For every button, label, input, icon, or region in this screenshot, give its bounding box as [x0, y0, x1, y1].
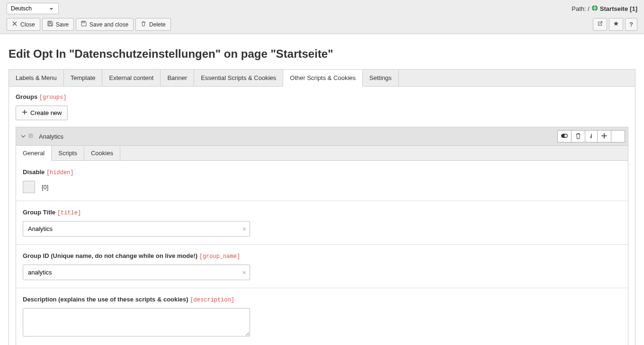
sub-tab-scripts[interactable]: Scripts: [52, 146, 84, 160]
action-buttons: Close Save Save and close Delete: [7, 18, 171, 31]
description-label-text: Description (explains the use of these s…: [23, 296, 188, 303]
plus-icon: [22, 109, 27, 116]
field-description-label: Description (explains the use of these s…: [23, 296, 621, 303]
topbar-row-1: Deutsch Path: / Startseite [1]: [7, 3, 637, 14]
content-area: Edit Opt In "Datenschutzeinstellungen" o…: [0, 34, 644, 345]
field-group-title: Group Title [title] ×: [16, 201, 628, 245]
bookmark-button[interactable]: [609, 18, 623, 31]
field-group-id: Group ID (Unique name, do not change whi…: [16, 245, 628, 288]
save-label: Save: [56, 21, 69, 28]
breadcrumb-page: Startseite: [600, 5, 628, 12]
tab-other-scripts[interactable]: Other Scripts & Cookies: [283, 70, 363, 87]
info-button[interactable]: i: [585, 130, 597, 142]
toggle-visibility-button[interactable]: [557, 130, 571, 142]
tab-settings[interactable]: Settings: [363, 70, 399, 86]
sub-tab-general[interactable]: General: [16, 146, 52, 161]
toggle-icon: [561, 133, 568, 141]
inline-header-left: Analytics: [21, 133, 63, 140]
save-button[interactable]: Save: [42, 18, 74, 31]
title-input-wrap: ×: [23, 221, 250, 237]
groups-tech-name: [groups]: [39, 94, 67, 101]
inline-toolbar: i: [557, 130, 625, 142]
tab-external-content[interactable]: External content: [102, 70, 161, 86]
inline-record: Analytics i: [16, 127, 628, 345]
delete-label: Delete: [149, 21, 166, 28]
sub-tabs: General Scripts Cookies: [16, 146, 628, 161]
main-tabs: Labels & Menu Template External content …: [9, 69, 635, 87]
groups-label: Groups: [16, 93, 37, 100]
topbar-row-2: Close Save Save and close Delete: [7, 18, 637, 31]
save-close-label: Save and close: [89, 21, 128, 28]
title-tech: [title]: [57, 210, 81, 216]
save-close-button[interactable]: Save and close: [76, 18, 134, 31]
tab-labels-menu[interactable]: Labels & Menu: [9, 70, 64, 86]
tab-essential-scripts[interactable]: Essential Scripts & Cookies: [194, 70, 283, 86]
clear-icon[interactable]: ×: [242, 225, 246, 233]
close-icon: [12, 21, 18, 28]
groupid-input-wrap: ×: [23, 265, 250, 280]
language-select[interactable]: Deutsch: [7, 3, 59, 14]
trash-icon: [575, 133, 581, 141]
save-close-icon: [81, 21, 87, 28]
groups-header: Groups [groups]: [16, 93, 628, 101]
save-icon: [47, 21, 53, 28]
chevron-down-icon: [21, 133, 26, 140]
delete-button[interactable]: Delete: [135, 18, 171, 31]
field-groupid-label: Group ID (Unique name, do not change whi…: [23, 252, 621, 260]
close-button[interactable]: Close: [7, 18, 40, 31]
right-action-buttons: ?: [593, 18, 637, 31]
path-label: Path: /: [572, 5, 590, 12]
svg-rect-1: [49, 21, 51, 23]
groupid-tech: [group_name]: [199, 253, 240, 260]
disable-label-text: Disable: [23, 168, 45, 176]
tab-panel: Groups [groups] Create new Analytics: [9, 87, 635, 345]
field-description: Description (explains the use of these s…: [16, 288, 628, 345]
field-disable: Disable [hidden] [0]: [16, 161, 628, 201]
star-icon: [613, 21, 619, 28]
tab-banner[interactable]: Banner: [161, 70, 194, 86]
record-title: Analytics: [39, 133, 63, 140]
title-label-text: Group Title: [23, 209, 55, 216]
close-label: Close: [20, 21, 35, 28]
disable-checkbox[interactable]: [23, 181, 35, 193]
breadcrumb-page-id: [1]: [630, 5, 637, 12]
breadcrumb: Path: / Startseite [1]: [572, 5, 637, 13]
title-input[interactable]: [23, 221, 250, 237]
page-title: Edit Opt In "Datenschutzeinstellungen" o…: [9, 47, 635, 61]
share-button[interactable]: [593, 18, 607, 31]
trash-icon: [141, 21, 146, 28]
disable-row: [0]: [23, 181, 621, 193]
field-title-label: Group Title [title]: [23, 209, 621, 216]
question-icon: ?: [629, 21, 633, 28]
description-textarea[interactable]: [23, 308, 250, 336]
external-link-icon: [597, 21, 603, 28]
globe-icon: [591, 5, 598, 13]
info-icon: i: [590, 133, 592, 140]
clear-icon[interactable]: ×: [242, 269, 246, 276]
help-button[interactable]: ?: [625, 18, 637, 31]
svg-point-6: [564, 134, 567, 137]
description-tech: [description]: [190, 297, 234, 303]
sub-tab-cookies[interactable]: Cookies: [84, 146, 120, 160]
topbar: Deutsch Path: / Startseite [1] Close Sav…: [0, 0, 644, 34]
field-disable-label: Disable [hidden]: [23, 168, 621, 176]
disable-tech: [hidden]: [46, 169, 74, 176]
groupid-label-text: Group ID (Unique name, do not change whi…: [23, 252, 197, 259]
delete-record-button[interactable]: [571, 130, 585, 142]
plus-icon: [601, 133, 608, 141]
create-new-label: Create new: [30, 109, 62, 116]
svg-rect-3: [82, 21, 85, 23]
tab-template[interactable]: Template: [64, 70, 103, 86]
inline-record-header[interactable]: Analytics i: [16, 127, 628, 146]
create-new-button[interactable]: Create new: [16, 106, 68, 120]
drag-handle[interactable]: [611, 130, 625, 142]
record-type-icon: [28, 133, 36, 140]
groupid-input[interactable]: [23, 265, 250, 280]
svg-rect-2: [49, 24, 52, 26]
add-button[interactable]: [597, 130, 611, 142]
field-container: Disable [hidden] [0] Group Title [title]: [16, 161, 628, 345]
disable-value: [0]: [42, 184, 48, 191]
